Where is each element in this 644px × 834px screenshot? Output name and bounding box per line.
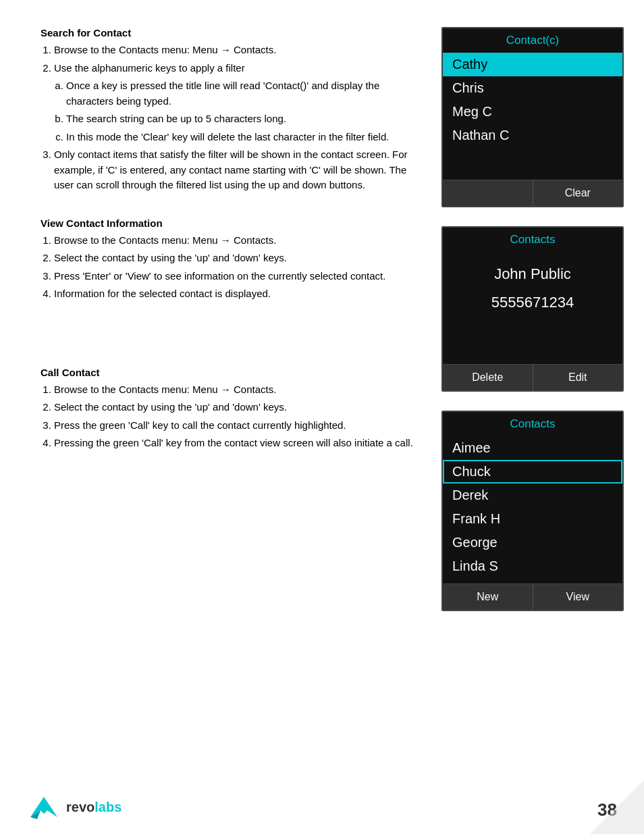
contact-c-title: Contact(c) [443,28,622,53]
search-step-2: Use the alphanumeric keys to apply a fil… [54,61,421,145]
call-step-3: Press the green 'Call' key to call the c… [54,418,421,434]
contacts-list-title: Contacts [443,412,622,436]
arrow-1: → [221,44,231,55]
call-step-4: Pressing the green 'Call' key from the c… [54,436,421,451]
corner-decoration [590,780,644,834]
contact-c-item-megc[interactable]: Meg C [443,100,622,124]
contact-info-delete-btn[interactable]: Delete [443,365,533,390]
logo-text: revolabs [66,800,122,815]
contact-info-bottom-bar: Delete Edit [443,364,622,390]
contact-info-screen: Contacts John Public 5555671234 Delete E… [441,226,624,392]
page-container: Search for Contact Browse to the Contact… [0,0,644,652]
contact-info-phone: 5555671234 [452,294,613,311]
logo-area: revolabs [27,793,122,820]
page-footer: revolabs 38 [27,793,617,820]
contacts-item-chuck[interactable]: Chuck [443,460,622,484]
contact-info-name: John Public [452,265,613,283]
contacts-item-lindas[interactable]: Linda S [443,554,622,578]
search-step-3: Only contact items that satisfy the filt… [54,147,421,193]
call-step-1: Browse to the Contacts menu: Menu → Cont… [54,382,421,398]
contact-info-edit-btn[interactable]: Edit [533,365,623,390]
view-title: View Contact Information [41,217,421,229]
arrow-3: → [221,384,231,395]
contacts-new-btn[interactable]: New [443,584,533,610]
contacts-list-screen: Contacts Aimee Chuck Derek Frank H Georg… [441,411,624,611]
contact-c-list: Cathy Chris Meg C Nathan C [443,53,622,174]
contacts-list-bottom-bar: New View [443,583,622,610]
contact-c-screen: Contact(c) Cathy Chris Meg C Nathan C Cl… [441,27,624,207]
contact-c-item-cathy[interactable]: Cathy [443,53,622,76]
logo-labs: labs [95,800,122,814]
search-title: Search for Contact [41,27,421,38]
contact-c-left-btn[interactable] [443,180,533,206]
corner-triangle [590,780,644,834]
call-title: Call Contact [41,367,421,378]
contact-c-clear-btn[interactable]: Clear [533,180,623,206]
svg-marker-0 [30,797,57,817]
logo-revo: revo [66,800,95,814]
contacts-item-george[interactable]: George [443,531,622,554]
view-section: View Contact Information Browse to the C… [41,217,421,305]
search-substep-c: In this mode the 'Clear' key will delete… [66,130,421,145]
view-step-1: Browse to the Contacts menu: Menu → Cont… [54,233,421,249]
search-substep-a: Once a key is pressed the title line wil… [66,78,421,109]
contact-info-title: Contacts [443,228,622,252]
contact-c-item-chris[interactable]: Chris [443,76,622,100]
call-step-2: Select the contact by using the 'up' and… [54,400,421,415]
arrow-2: → [221,234,231,246]
revolabs-logo-icon [27,793,61,820]
search-section: Search for Contact Browse to the Contact… [41,27,421,196]
call-section: Call Contact Browse to the Contacts menu… [41,367,421,454]
contact-c-item-nathanc[interactable]: Nathan C [443,124,622,147]
contacts-item-frankh[interactable]: Frank H [443,507,622,531]
left-column: Search for Contact Browse to the Contact… [41,27,421,611]
view-step-3: Press 'Enter' or 'View' to see informati… [54,269,421,284]
contacts-view-btn[interactable]: View [533,584,623,610]
right-column: Contact(c) Cathy Chris Meg C Nathan C Cl… [441,27,624,611]
contacts-item-aimee[interactable]: Aimee [443,436,622,460]
view-step-4: Information for the selected contact is … [54,286,421,302]
contacts-list-body: Aimee Chuck Derek Frank H George Linda S [443,436,622,578]
view-step-2: Select the contact by using the 'up' and… [54,251,421,266]
search-step-1: Browse to the Contacts menu: Menu → Cont… [54,43,421,58]
search-substep-b: The search string can be up to 5 charact… [66,111,421,127]
contact-info-body: John Public 5555671234 [443,252,622,359]
contacts-item-derek[interactable]: Derek [443,484,622,507]
contact-c-bottom-bar: Clear [443,180,622,206]
